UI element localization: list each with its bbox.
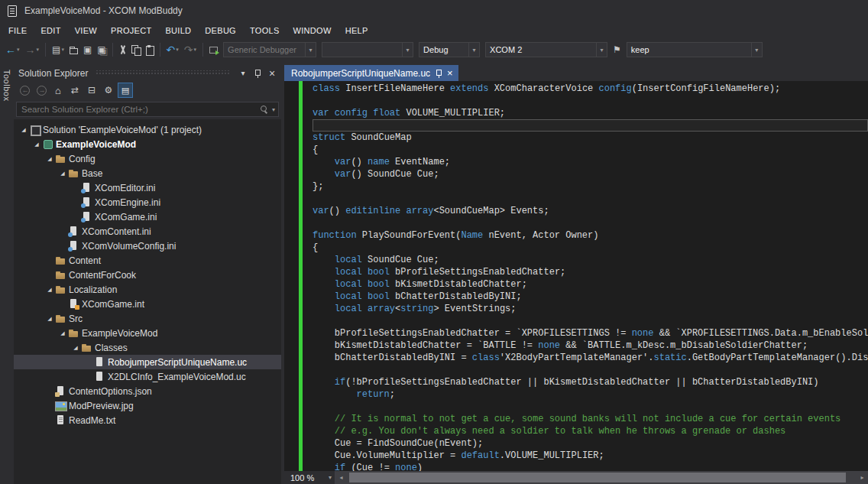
- menu-tools[interactable]: TOOLS: [243, 21, 287, 40]
- keep-tool-icon[interactable]: [611, 41, 623, 58]
- save-icon[interactable]: [81, 41, 94, 58]
- tree-item[interactable]: XComEditor.ini: [14, 180, 281, 195]
- menu-view[interactable]: VIEW: [68, 21, 104, 40]
- menu-file[interactable]: FILE: [2, 21, 34, 40]
- code-editor[interactable]: class InsertFileNameHere extends XComCha…: [284, 81, 868, 471]
- tree-item[interactable]: X2DLCInfo_ExampleVoiceMod.uc: [14, 369, 281, 384]
- tree-item[interactable]: ModPreview.jpg: [14, 398, 281, 413]
- tab-close-icon[interactable]: ×: [447, 68, 453, 78]
- code-line[interactable]: [313, 193, 868, 205]
- hscroll-thumb[interactable]: [349, 473, 846, 482]
- menu-build[interactable]: BUILD: [158, 21, 198, 40]
- code-line[interactable]: local array<string> EventStrings;: [313, 303, 868, 315]
- hscroll-right-arrow[interactable]: ▸: [857, 471, 868, 484]
- code-line[interactable]: {: [313, 144, 868, 156]
- menu-edit[interactable]: EDIT: [34, 21, 67, 40]
- tree-item[interactable]: XComGame.ini: [14, 210, 281, 224]
- code-line[interactable]: // It is normal to not get a cue, some s…: [313, 413, 868, 425]
- sync-active-document-icon[interactable]: [67, 83, 83, 98]
- menu-help[interactable]: HELP: [338, 21, 375, 40]
- platform-combo[interactable]: XCOM 2▾: [485, 42, 607, 57]
- code-line[interactable]: bChatterDistabledByINI = class'X2BodyPar…: [313, 352, 868, 364]
- tree-item[interactable]: ◢Classes: [14, 340, 281, 355]
- debug-target-combo[interactable]: ▾: [322, 42, 413, 57]
- expander-icon[interactable]: ◢: [44, 156, 55, 162]
- code-line[interactable]: if (Cue != none): [313, 462, 868, 471]
- code-line[interactable]: bKismetDistabledChatter = `BATTLE != non…: [313, 339, 868, 352]
- expander-icon[interactable]: ◢: [44, 287, 55, 293]
- code-line[interactable]: [313, 95, 868, 107]
- tree-item[interactable]: ContentForCook: [14, 268, 281, 282]
- code-line[interactable]: [313, 401, 868, 413]
- code-line[interactable]: local bool bKismetDistabledChatter;: [313, 278, 868, 291]
- nav-forward-icon[interactable]: [34, 83, 49, 98]
- code-line[interactable]: var() name EventName;: [313, 156, 868, 168]
- code-line[interactable]: };: [313, 180, 868, 193]
- code-line[interactable]: Cue.VolumeMultiplier = default.VOLUME_MU…: [313, 450, 868, 462]
- code-line[interactable]: // e.g. You don't always need a soldier …: [313, 425, 868, 437]
- save-all-icon[interactable]: [95, 41, 108, 58]
- code-line[interactable]: class InsertFileNameHere extends XComCha…: [313, 83, 868, 95]
- code-content[interactable]: class InsertFileNameHere extends XComCha…: [303, 81, 868, 471]
- expander-icon[interactable]: ◢: [70, 345, 81, 351]
- debug-target-combo-dropdown-icon[interactable]: ▾: [402, 43, 413, 57]
- menu-debug[interactable]: DEBUG: [198, 21, 243, 40]
- code-line[interactable]: local SoundCue Cue;: [313, 254, 868, 266]
- redo-icon[interactable]: ▾: [182, 41, 199, 58]
- hscrollbar[interactable]: [347, 471, 857, 484]
- navigate-forward-icon[interactable]: ▾: [23, 41, 42, 58]
- tree-item[interactable]: XComVolumeConfig.ini: [14, 239, 281, 253]
- active-tab[interactable]: RobojumperScriptUniqueName.uc ×: [284, 65, 458, 81]
- code-line[interactable]: [313, 315, 868, 327]
- home-icon[interactable]: [50, 83, 66, 98]
- toolbox-tab[interactable]: Toolbox: [0, 65, 14, 484]
- menu-project[interactable]: PROJECT: [104, 21, 158, 40]
- code-line[interactable]: struct SoundCueMap: [313, 132, 868, 144]
- search-dropdown-icon[interactable]: ▾: [272, 106, 275, 113]
- properties-icon[interactable]: [101, 83, 116, 98]
- tree-item[interactable]: ◢ExampleVoiceMod: [14, 137, 281, 151]
- code-line[interactable]: Cue = FindSoundCue(nEvent);: [313, 437, 868, 450]
- tree-item[interactable]: Content: [14, 253, 281, 268]
- window-position-icon[interactable]: [237, 67, 249, 80]
- debugger-icon[interactable]: [207, 41, 220, 58]
- expander-icon[interactable]: ◢: [44, 316, 55, 322]
- code-line[interactable]: local bool bProfileSettingsEnabledChatte…: [313, 266, 868, 278]
- tree-item[interactable]: ◢Localization: [14, 282, 281, 297]
- tree-item[interactable]: RobojumperScriptUniqueName.uc: [14, 355, 281, 369]
- expander-icon[interactable]: ◢: [57, 330, 68, 336]
- code-line[interactable]: return;: [313, 388, 868, 401]
- code-line[interactable]: var config float VOLUME_MULTIPLIER;: [313, 107, 868, 119]
- expander-icon[interactable]: ◢: [31, 141, 42, 148]
- new-file-icon[interactable]: ▾: [50, 41, 66, 58]
- code-line[interactable]: if(!bProfileSettingsEnabledChatter || bK…: [313, 376, 868, 388]
- cut-icon[interactable]: [117, 41, 128, 58]
- keep-combo-dropdown-icon[interactable]: ▾: [751, 43, 762, 57]
- tree-item[interactable]: ContentOptions.json: [14, 384, 281, 398]
- configuration-combo[interactable]: Debug▾: [419, 42, 480, 57]
- code-line[interactable]: local bool bChatterDistabledByINI;: [313, 291, 868, 303]
- tab-pin-icon[interactable]: [436, 69, 442, 78]
- undo-icon[interactable]: ▾: [164, 41, 181, 58]
- code-line[interactable]: var() editinline array<SoundCueMap> Even…: [313, 205, 868, 217]
- debugger-combo-dropdown-icon[interactable]: ▾: [305, 43, 316, 57]
- copy-icon[interactable]: [129, 41, 143, 58]
- code-line[interactable]: {: [313, 242, 868, 254]
- zoom-control[interactable]: 100 % ▾: [284, 471, 335, 484]
- collapse-all-icon[interactable]: [84, 83, 99, 98]
- search-input[interactable]: [16, 102, 279, 117]
- menu-window[interactable]: WINDOW: [287, 21, 338, 40]
- expander-icon[interactable]: ◢: [18, 127, 29, 133]
- open-file-icon[interactable]: [67, 41, 80, 58]
- tree-item[interactable]: ◢Config: [14, 151, 281, 166]
- tree-item[interactable]: ◢Src: [14, 311, 281, 326]
- tree-item[interactable]: XComContent.ini: [14, 224, 281, 239]
- paste-icon[interactable]: [144, 41, 156, 58]
- close-icon[interactable]: [266, 67, 278, 80]
- expander-icon[interactable]: ◢: [57, 171, 68, 177]
- code-line[interactable]: bProfileSettingsEnabledChatter = `XPROFI…: [313, 327, 868, 339]
- tree-item[interactable]: ◢Solution 'ExampleVoiceMod' (1 project): [14, 122, 281, 137]
- code-line[interactable]: [313, 364, 868, 376]
- code-line[interactable]: [313, 119, 868, 132]
- tree-item[interactable]: ReadMe.txt: [14, 413, 281, 427]
